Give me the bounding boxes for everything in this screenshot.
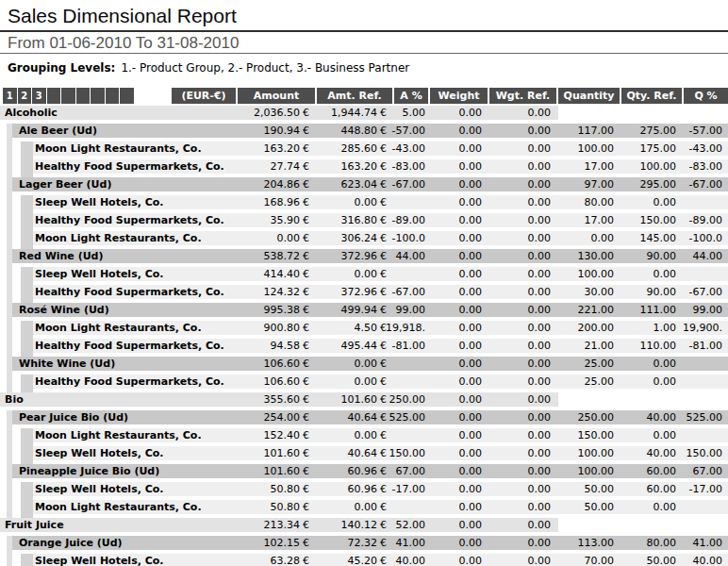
quantity-value [552, 392, 614, 407]
wgt-ref-value: 0.00 [485, 213, 551, 227]
indent-guide-level1 [7, 321, 12, 339]
table-row: Healthy Food Supermarkets, Co.35.90€316.… [0, 213, 728, 231]
wgt-ref-value: 0.00 [485, 159, 551, 174]
amt-ref-value: 72.32 [266, 536, 377, 550]
quantity-value: 130.00 [552, 249, 614, 263]
indent-guide-level2 [21, 428, 33, 446]
table-row: Alcoholic2,036.50€1,944.74€5.000.000.00 [0, 106, 728, 124]
row-label: Red Wine (Ud) [19, 249, 104, 263]
indent-guide-level1 [7, 142, 12, 159]
table-row: Healthy Food Supermarkets, Co.106.60€0.0… [0, 375, 728, 392]
weight-value: 0.00 [420, 446, 482, 460]
column-header-qty-ref: Qty. Ref. [621, 88, 682, 104]
table-row: Fruit Juice213.34€140.12€52.000.000.00 [0, 518, 728, 536]
indent-guide-level2 [21, 446, 33, 464]
table-row: Moon Light Restaurants, Co.0.00€306.24€-… [0, 231, 728, 249]
amt-ref-value: 1,944.74 [266, 106, 377, 120]
row-label: Bio [5, 392, 24, 407]
table-row: Moon Light Restaurants, Co.900.80€4.50€1… [0, 321, 728, 339]
weight-value: 0.00 [420, 357, 482, 371]
column-header-wgt-ref: Wgt. Ref. [489, 88, 556, 104]
quantity-value [552, 518, 614, 532]
row-label: Sleep Well Hotels, Co. [35, 267, 164, 281]
indent-guide-level2 [21, 159, 33, 177]
table-row: Red Wine (Ud)538.72€372.96€44.000.000.00… [0, 249, 728, 267]
table-row: Moon Light Restaurants, Co.163.20€285.60… [0, 142, 728, 159]
quantity-value: 25.00 [552, 375, 614, 389]
indent-guide-level1 [7, 195, 12, 213]
level-box-empty [47, 88, 61, 104]
wgt-ref-value: 0.00 [485, 554, 551, 566]
table-row: Sleep Well Hotels, Co.168.96€0.00€0.000.… [0, 195, 728, 213]
table-row: Healthy Food Supermarkets, Co.124.32€372… [0, 285, 728, 303]
weight-value: 0.00 [420, 177, 482, 191]
amt-ref-value: 101.60 [266, 392, 377, 407]
q-pct-value: -17.00 [664, 482, 722, 496]
wgt-ref-value: 0.00 [485, 392, 551, 407]
report-page: Sales Dimensional Report From 01-06-2010… [0, 0, 728, 566]
amt-ref-value: 0.00 [266, 267, 377, 281]
level-box-empty [76, 88, 91, 104]
quantity-value: 150.00 [552, 428, 614, 442]
q-pct-value [664, 518, 722, 532]
weight-value: 0.00 [420, 428, 482, 442]
weight-value: 0.00 [420, 285, 482, 299]
q-pct-value [664, 195, 722, 209]
weight-value: 0.00 [420, 339, 482, 353]
indent-guide-level1 [7, 285, 12, 303]
q-pct-value [664, 428, 722, 442]
indent-guide-level1 [7, 339, 12, 357]
quantity-value: 100.00 [552, 446, 614, 460]
quantity-value: 25.00 [552, 357, 614, 371]
row-label: White Wine (Ud) [19, 357, 115, 371]
level-box-empty [61, 88, 75, 104]
indent-guide-level2 [21, 339, 33, 357]
quantity-value: 0.00 [552, 231, 614, 245]
row-label: Pear Juice Bio (Ud) [19, 410, 128, 424]
table-rows: Alcoholic2,036.50€1,944.74€5.000.000.00A… [0, 106, 728, 566]
weight-value: 0.00 [420, 142, 482, 156]
wgt-ref-value: 0.00 [485, 518, 551, 532]
table-row: Sleep Well Hotels, Co.414.40€0.00€0.000.… [0, 267, 728, 285]
column-header-amt-ref: Amt. Ref. [317, 88, 392, 104]
indent-guide-level1 [7, 428, 12, 446]
q-pct-value [664, 375, 722, 389]
wgt-ref-value: 0.00 [485, 375, 551, 389]
wgt-ref-value: 0.00 [485, 446, 551, 460]
amt-ref-value: 372.96 [266, 249, 377, 263]
weight-value: 0.00 [420, 249, 482, 263]
row-label: Lager Beer (Ud) [19, 177, 111, 191]
title-divider [0, 30, 728, 32]
indent-guide-level2 [21, 195, 33, 213]
weight-value: 0.00 [420, 554, 482, 566]
weight-value: 0.00 [420, 500, 482, 514]
q-pct-value: 44.00 [664, 249, 722, 263]
wgt-ref-value: 0.00 [485, 231, 551, 245]
amt-ref-value: 285.60 [266, 142, 377, 156]
indent-guide-level2 [21, 375, 33, 392]
level-box-empty [91, 88, 105, 104]
wgt-ref-value: 0.00 [485, 177, 551, 191]
wgt-ref-value: 0.00 [485, 142, 551, 156]
indent-guide-level2 [21, 285, 33, 303]
q-pct-value [664, 357, 722, 371]
table-row: Moon Light Restaurants, Co.50.80€0.00€0.… [0, 500, 728, 518]
table-row: Bio355.60€101.60€250.000.000.00 [0, 392, 728, 410]
q-pct-value: 525.00 [664, 410, 722, 424]
column-header-a-pct: A % [394, 88, 428, 104]
quantity-value: 113.00 [552, 536, 614, 550]
grouping-levels-label: Grouping Levels: [8, 61, 115, 75]
row-label: Sleep Well Hotels, Co. [35, 195, 164, 209]
table-row: Sleep Well Hotels, Co.63.28€45.20€40.000… [0, 554, 728, 566]
q-pct-value: -83.00 [664, 159, 722, 174]
amt-ref-value: 623.04 [266, 177, 377, 191]
row-label: Sleep Well Hotels, Co. [35, 446, 164, 460]
column-header-q-pct: Q % [684, 88, 728, 104]
quantity-value: 250.00 [552, 410, 614, 424]
quantity-value [552, 106, 614, 120]
amt-ref-value: 0.00 [266, 195, 377, 209]
amt-ref-value: 163.20 [266, 159, 377, 174]
weight-value: 0.00 [420, 195, 482, 209]
amt-ref-value: 316.80 [266, 213, 377, 227]
indent-guide-level1 [7, 482, 12, 500]
